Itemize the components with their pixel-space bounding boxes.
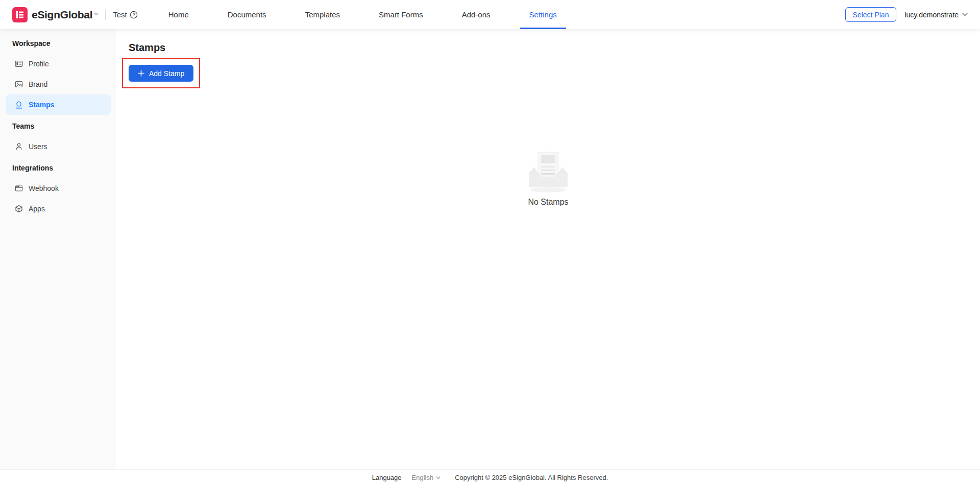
empty-inbox-illustration: [524, 151, 573, 193]
chevron-down-icon: [436, 476, 440, 479]
sidebar-item-profile[interactable]: Profile: [6, 54, 111, 74]
sidebar-heading-integrations: Integrations: [6, 163, 111, 173]
select-plan-button[interactable]: Select Plan: [845, 7, 897, 22]
language-select[interactable]: English: [412, 474, 441, 481]
red-annotation-box: Add Stamp: [122, 58, 200, 88]
image-icon: [15, 80, 23, 88]
sidebar-item-brand[interactable]: Brand: [6, 74, 111, 94]
app-header: eSignGlobal ™ Test ? Home Documents Temp…: [0, 0, 980, 29]
tab-add-ons[interactable]: Add-ons: [443, 0, 510, 29]
sidebar-item-label: Brand: [29, 80, 47, 88]
content-row: Workspace Profile Brand: [0, 29, 980, 470]
empty-state: No Stamps: [129, 151, 968, 207]
sidebar-item-label: Profile: [29, 60, 49, 68]
cube-icon: [15, 205, 23, 213]
workspace-name: Test: [113, 10, 127, 19]
chevron-down-icon: [962, 13, 968, 16]
logo-group: eSignGlobal ™ Test ?: [12, 7, 138, 22]
sidebar-item-stamps[interactable]: Stamps: [6, 94, 111, 115]
stamps-page: Stamps Add Stamp: [116, 29, 980, 469]
user-name: lucy.demonstrate: [904, 11, 959, 19]
header-right: Select Plan lucy.demonstrate: [845, 7, 968, 22]
settings-sidebar: Workspace Profile Brand: [0, 29, 116, 469]
primary-nav: Home Documents Templates Smart Forms Add…: [149, 0, 576, 29]
divider: [105, 10, 106, 20]
sidebar-heading-teams: Teams: [6, 121, 111, 131]
sidebar-item-label: Stamps: [29, 101, 55, 109]
user-menu[interactable]: lucy.demonstrate: [904, 11, 968, 19]
tab-templates[interactable]: Templates: [286, 0, 359, 29]
plus-icon: [138, 70, 144, 77]
sidebar-item-webhook[interactable]: Webhook: [6, 178, 111, 199]
user-icon: [15, 142, 23, 151]
empty-state-text: No Stamps: [528, 198, 568, 207]
tab-documents[interactable]: Documents: [208, 0, 286, 29]
esignglobal-logo-icon: [12, 7, 28, 22]
tab-smart-forms[interactable]: Smart Forms: [359, 0, 443, 29]
page-title: Stamps: [129, 41, 980, 54]
sidebar-item-apps[interactable]: Apps: [6, 199, 111, 219]
sidebar-item-label: Users: [29, 142, 47, 151]
tab-settings[interactable]: Settings: [510, 0, 576, 29]
add-stamp-label: Add Stamp: [149, 69, 184, 78]
browser-window-icon: [15, 184, 23, 192]
svg-text:?: ?: [132, 12, 135, 17]
sidebar-item-users[interactable]: Users: [6, 136, 111, 157]
sidebar-item-label: Webhook: [29, 184, 59, 192]
language-value: English: [412, 474, 434, 481]
help-circle-icon[interactable]: ?: [130, 11, 138, 19]
id-card-icon: [15, 60, 23, 68]
page-footer: Language English Copyright © 2025 eSignG…: [0, 470, 980, 485]
brand-wordmark: eSignGlobal: [32, 9, 92, 21]
trademark-symbol: ™: [93, 12, 98, 17]
language-label: Language: [372, 474, 402, 481]
tab-home[interactable]: Home: [149, 0, 208, 29]
sidebar-heading-workspace: Workspace: [6, 38, 111, 48]
sidebar-item-label: Apps: [29, 205, 45, 213]
stamp-icon: [15, 101, 23, 109]
add-stamp-button[interactable]: Add Stamp: [129, 65, 193, 82]
copyright-text: Copyright © 2025 eSignGlobal. All Rights…: [455, 474, 608, 481]
